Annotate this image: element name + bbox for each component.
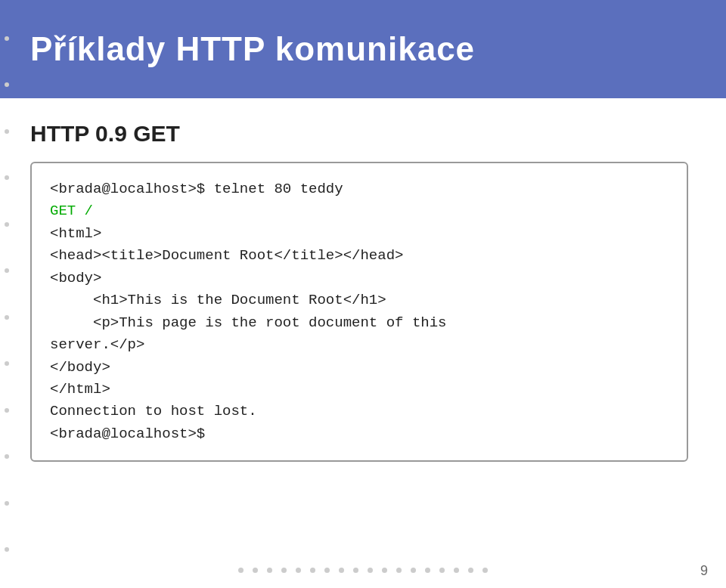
dot-bottom bbox=[454, 568, 459, 573]
dot bbox=[5, 315, 9, 320]
dot bbox=[5, 408, 9, 413]
dot-bottom bbox=[425, 568, 430, 573]
dot bbox=[5, 129, 9, 134]
dot bbox=[5, 547, 9, 552]
page-title: Příklady HTTP komunikace bbox=[30, 30, 475, 68]
code-line-4: <head><title>Document Root</title></head… bbox=[50, 245, 669, 267]
dot bbox=[5, 454, 9, 459]
code-line-6: <h1>This is the Document Root</h1> bbox=[50, 289, 669, 311]
code-line-10: </html> bbox=[50, 379, 669, 401]
code-box: <brada@localhost>$ telnet 80 teddy GET /… bbox=[30, 162, 688, 462]
dot-bottom bbox=[296, 568, 301, 573]
code-line-3: <html> bbox=[50, 223, 669, 245]
header-bar: Příklady HTTP komunikace bbox=[0, 0, 726, 98]
decorative-dots-left bbox=[0, 0, 14, 588]
code-line-12: <brada@localhost>$ bbox=[50, 423, 669, 445]
dot-bottom bbox=[238, 568, 244, 573]
dot-bottom bbox=[310, 568, 315, 573]
dot-bottom bbox=[281, 568, 287, 573]
dot-bottom bbox=[382, 568, 387, 573]
dot-bottom bbox=[439, 568, 445, 573]
dot bbox=[5, 268, 9, 273]
code-line-8: server.</p> bbox=[50, 334, 669, 356]
code-line-7: <p>This page is the root document of thi… bbox=[50, 312, 669, 334]
code-line-2: GET / bbox=[50, 200, 669, 222]
code-line-11: Connection to host lost. bbox=[50, 401, 669, 422]
dot-bottom bbox=[267, 568, 272, 573]
dot bbox=[5, 361, 9, 366]
dot bbox=[5, 36, 9, 41]
dot-bottom bbox=[368, 568, 373, 573]
dot bbox=[5, 175, 9, 180]
dot-bottom bbox=[482, 568, 488, 573]
section-title: HTTP 0.9 GET bbox=[30, 121, 696, 147]
page-number: 9 bbox=[700, 563, 708, 579]
dot-bottom bbox=[468, 568, 473, 573]
decorative-dots-bottom bbox=[23, 568, 703, 573]
dot-bottom bbox=[353, 568, 358, 573]
code-line-9: </body> bbox=[50, 357, 669, 379]
dot bbox=[5, 501, 9, 506]
dot bbox=[5, 82, 9, 87]
dot-bottom bbox=[253, 568, 258, 573]
dot-bottom bbox=[324, 568, 330, 573]
dot-bottom bbox=[396, 568, 402, 573]
code-line-5: <body> bbox=[50, 268, 669, 289]
dot-bottom bbox=[411, 568, 416, 573]
dot-bottom bbox=[339, 568, 344, 573]
dot bbox=[5, 222, 9, 227]
main-content: HTTP 0.9 GET <brada@localhost>$ telnet 8… bbox=[0, 98, 726, 484]
code-line-1: <brada@localhost>$ telnet 80 teddy bbox=[50, 178, 669, 200]
